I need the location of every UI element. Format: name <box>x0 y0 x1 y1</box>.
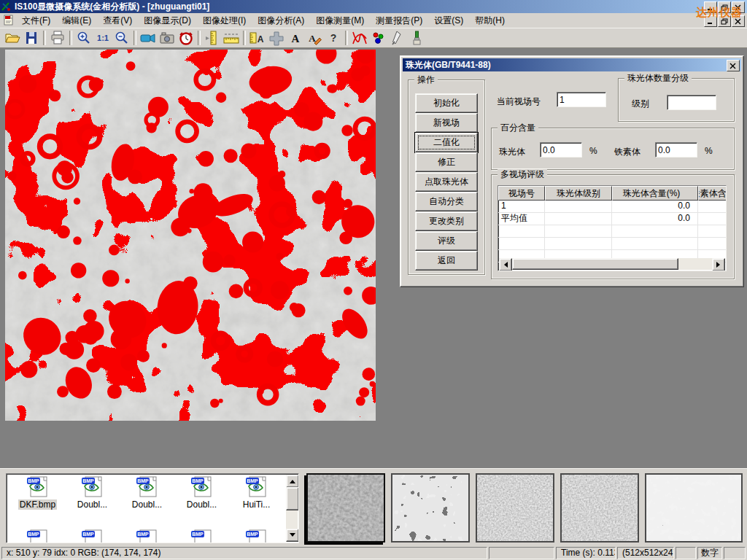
menu-image-measure[interactable]: 图像测量(M) <box>310 13 370 28</box>
file-item[interactable]: BMP Doubl... <box>66 476 119 510</box>
save-button[interactable] <box>22 29 41 47</box>
bottom-panel: BMP DKF.bmp BMP Doubl... BMP Doubl... BM… <box>0 468 747 545</box>
timer-button[interactable] <box>177 29 196 47</box>
file-item[interactable]: BMP <box>11 529 64 543</box>
micrograph-image[interactable] <box>5 50 376 421</box>
phase-count-button[interactable] <box>369 29 388 47</box>
actual-size-button[interactable]: 1:1 <box>93 29 112 47</box>
flake-micrograph-thumbnail[interactable] <box>645 473 743 542</box>
fine-micrograph-thumbnail-1[interactable] <box>476 473 554 542</box>
file-browser[interactable]: BMP DKF.bmp BMP Doubl... BMP Doubl... BM… <box>6 473 299 543</box>
file-item[interactable]: BMP <box>175 529 228 543</box>
toolbar-separator <box>43 31 46 45</box>
binarize-button[interactable]: 二值化 <box>415 133 478 152</box>
menu-file[interactable]: 文件(F) <box>16 13 56 28</box>
menu-view[interactable]: 查看(V) <box>97 13 138 28</box>
help-button[interactable]: ? <box>324 29 343 47</box>
new-field-button[interactable]: 新视场 <box>415 113 478 133</box>
pick-pearlite-button[interactable]: 点取珠光体 <box>415 172 478 192</box>
cell <box>498 238 545 249</box>
menu-image-display[interactable]: 图像显示(D) <box>138 13 197 28</box>
coarse-micrograph-thumbnail[interactable] <box>391 473 470 542</box>
file-item[interactable]: BMP Doubl... <box>120 476 174 510</box>
cell <box>545 225 612 237</box>
dialog-title-bar[interactable]: 珠光体(GB/T9441-88) <box>403 58 741 71</box>
fine-micrograph-thumbnail-2[interactable] <box>560 473 639 542</box>
change-class-button[interactable]: 更改类别 <box>415 211 478 231</box>
scroll-thumb[interactable] <box>512 258 678 270</box>
return-button[interactable]: 返回 <box>415 251 478 271</box>
table-row[interactable]: 平均值 0.0 <box>498 213 726 225</box>
one-to-one-icon: 1:1 <box>97 34 109 42</box>
red-curves-icon <box>351 30 368 46</box>
grade-level-input[interactable] <box>667 95 716 110</box>
auto-classify-button[interactable]: 自动分类 <box>415 192 478 211</box>
zoom-out-icon <box>113 30 131 46</box>
text-button[interactable]: A <box>286 29 305 47</box>
image-size-status: (512x512x24) <box>617 547 674 559</box>
current-field-input[interactable] <box>557 92 606 107</box>
bmp-file-icon: BMP <box>244 529 269 543</box>
table-row[interactable]: 1 0.0 <box>498 201 726 213</box>
brush-button[interactable] <box>407 29 426 47</box>
file-item[interactable]: BMP DKF.bmp <box>11 476 64 510</box>
scroll-up-button[interactable] <box>286 475 299 488</box>
scroll-left-button[interactable] <box>499 258 512 271</box>
scroll-thumb[interactable] <box>286 487 299 510</box>
ruler-text-icon: A <box>249 30 266 46</box>
dialog-close-button[interactable] <box>727 60 740 71</box>
open-button[interactable] <box>3 29 22 47</box>
dark-micrograph-thumbnail[interactable] <box>306 473 385 542</box>
zoom-out-button[interactable] <box>112 29 131 47</box>
svg-text:BMP: BMP <box>28 532 39 537</box>
ferrite-percent-input[interactable] <box>655 142 697 158</box>
svg-text:BMP: BMP <box>28 478 39 483</box>
menu-image-analysis[interactable]: 图像分析(A) <box>252 13 310 28</box>
ferrite-label: 铁素体 <box>614 146 640 158</box>
file-name[interactable]: Doubl... <box>185 499 218 510</box>
grade-level-label: 级别 <box>632 98 649 110</box>
cell <box>498 225 545 237</box>
correct-button[interactable]: 修正 <box>415 152 478 172</box>
scroll-right-button[interactable] <box>712 258 725 271</box>
file-item[interactable]: BMP Doubl... <box>175 476 228 510</box>
print-button[interactable] <box>48 29 67 47</box>
ruler-button[interactable] <box>222 29 241 47</box>
caliper-button[interactable] <box>203 29 222 47</box>
menu-edit[interactable]: 编辑(E) <box>56 13 97 28</box>
clock-icon <box>177 30 195 46</box>
zoom-in-button[interactable] <box>74 29 93 47</box>
live-video-button[interactable] <box>139 29 158 47</box>
table-h-scrollbar[interactable] <box>499 258 725 270</box>
file-name[interactable]: DKF.bmp <box>18 499 57 510</box>
pearlite-percent-input[interactable] <box>540 142 582 158</box>
annotate-button[interactable]: A <box>305 29 324 47</box>
table-row[interactable] <box>498 225 726 238</box>
file-item[interactable]: BMP <box>120 529 174 543</box>
file-item[interactable]: BMP <box>66 529 119 543</box>
file-name[interactable]: Doubl... <box>76 499 109 510</box>
file-item[interactable]: BMP HuiTi... <box>230 476 283 510</box>
scroll-down-button[interactable] <box>286 529 299 542</box>
measure-label-button[interactable]: A <box>248 29 267 47</box>
letter-a-icon: A <box>287 30 304 46</box>
capture-button[interactable] <box>158 29 177 47</box>
rating-table[interactable]: 视场号 珠光体级别 珠光体含量(%) 铁素体含量(%) 1 0.0 平均值 0.… <box>498 185 727 271</box>
initialize-button[interactable]: 初始化 <box>415 93 478 113</box>
grade-button[interactable]: 评级 <box>415 231 478 251</box>
table-row[interactable] <box>498 238 726 250</box>
grid-button[interactable] <box>267 29 286 47</box>
svg-text:BMP: BMP <box>137 532 149 537</box>
current-field-label: 当前视场号 <box>497 96 541 108</box>
file-name[interactable]: Doubl... <box>131 499 163 510</box>
menu-help[interactable]: 帮助(H) <box>469 13 511 28</box>
file-name[interactable]: HuiTi... <box>241 499 272 510</box>
menu-image-processing[interactable]: 图像处理(I) <box>197 13 252 28</box>
file-v-scrollbar[interactable] <box>286 475 298 542</box>
file-item[interactable]: BMP <box>230 529 283 543</box>
calibration-curve-button[interactable] <box>350 29 369 47</box>
menu-measure-report[interactable]: 测量报告(P) <box>370 13 428 28</box>
menu-settings[interactable]: 设置(S) <box>428 13 469 28</box>
cursor-position-status: x: 510 y: 79 idx: 0 RGB: (174, 174, 174) <box>1 547 487 559</box>
pen-button[interactable] <box>388 29 407 47</box>
